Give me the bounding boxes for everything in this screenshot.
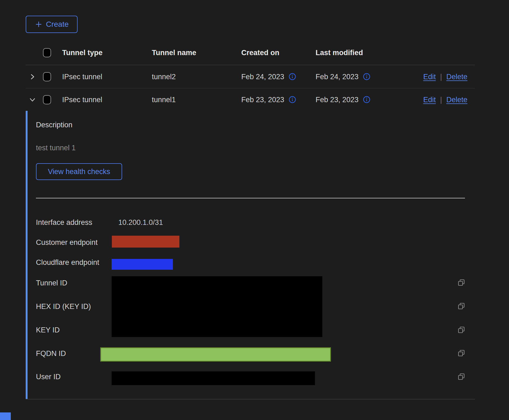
copy-icon[interactable] xyxy=(457,349,466,358)
tunnel-name-cell: tunnel1 xyxy=(152,95,176,104)
plus-icon xyxy=(35,20,43,28)
tunnels-table: Tunnel type Tunnel name Created on Last … xyxy=(26,41,475,111)
description-value: test tunnel 1 xyxy=(36,144,76,152)
chevron-down-icon[interactable] xyxy=(28,96,36,104)
hex-id-label: HEX ID (KEY ID) xyxy=(36,302,91,311)
created-on-cell: Feb 23, 2023 xyxy=(241,95,284,104)
delete-link[interactable]: Delete xyxy=(446,72,467,81)
expanded-row-indicator-bar xyxy=(26,111,28,399)
bottom-left-accent xyxy=(0,412,11,420)
ids-redacted-block xyxy=(112,276,322,337)
copy-icon[interactable] xyxy=(457,326,466,335)
tunnels-page: Create Tunnel type Tunnel name Created o… xyxy=(0,0,509,420)
customer-endpoint-label: Customer endpoint xyxy=(36,238,98,247)
interface-address-label: Interface address xyxy=(36,218,92,227)
key-id-label: KEY ID xyxy=(36,326,60,334)
table-header-row: Tunnel type Tunnel name Created on Last … xyxy=(26,41,475,65)
info-icon[interactable] xyxy=(363,96,370,104)
edit-link[interactable]: Edit xyxy=(423,72,436,81)
fqdn-id-label: FQDN ID xyxy=(36,349,66,358)
view-health-checks-button[interactable]: View health checks xyxy=(36,163,122,180)
info-icon[interactable] xyxy=(289,73,296,81)
last-modified-cell: Feb 24, 2023 xyxy=(316,72,359,81)
copy-icon[interactable] xyxy=(457,372,466,382)
table-row-tunnel1: IPsec tunnel tunnel1 Feb 23, 2023 Feb 23… xyxy=(26,88,475,111)
header-last-modified: Last modified xyxy=(316,49,363,57)
chevron-right-icon[interactable] xyxy=(28,73,36,81)
create-button-label: Create xyxy=(46,20,69,29)
last-modified-cell: Feb 23, 2023 xyxy=(316,95,359,104)
info-icon[interactable] xyxy=(363,73,370,81)
header-tunnel-name: Tunnel name xyxy=(152,49,196,57)
section-divider xyxy=(36,198,465,198)
action-separator: | xyxy=(440,72,442,81)
created-on-cell: Feb 24, 2023 xyxy=(241,72,284,81)
info-icon[interactable] xyxy=(289,96,296,104)
row-checkbox[interactable] xyxy=(43,72,51,81)
user-id-redacted-value xyxy=(112,371,315,385)
copy-icon[interactable] xyxy=(457,302,466,311)
description-label: Description xyxy=(36,121,72,129)
tunnel-detail-panel: Description test tunnel 1 View health ch… xyxy=(26,111,475,399)
tunnel-name-cell: tunnel2 xyxy=(152,72,176,81)
delete-link[interactable]: Delete xyxy=(446,95,467,104)
tunnel-id-label: Tunnel ID xyxy=(36,279,67,287)
user-id-label: User ID xyxy=(36,372,61,381)
create-button[interactable]: Create xyxy=(26,16,78,33)
fqdn-id-redacted-value xyxy=(100,347,331,362)
select-all-checkbox[interactable] xyxy=(43,48,51,57)
edit-link[interactable]: Edit xyxy=(423,95,436,104)
interface-address-value: 10.200.1.0/31 xyxy=(118,218,163,227)
cloudflare-endpoint-label: Cloudflare endpoint xyxy=(36,258,99,267)
header-created-on: Created on xyxy=(241,49,279,57)
tunnel-type-cell: IPsec tunnel xyxy=(62,72,102,81)
customer-endpoint-redacted-value xyxy=(112,236,179,248)
row-checkbox[interactable] xyxy=(43,95,51,104)
action-separator: | xyxy=(440,95,442,104)
tunnel-type-cell: IPsec tunnel xyxy=(62,95,102,104)
header-tunnel-type: Tunnel type xyxy=(62,49,103,57)
table-row-tunnel2: IPsec tunnel tunnel2 Feb 24, 2023 Feb 24… xyxy=(26,65,475,88)
cloudflare-endpoint-redacted-value xyxy=(112,259,173,270)
copy-icon[interactable] xyxy=(457,278,466,288)
